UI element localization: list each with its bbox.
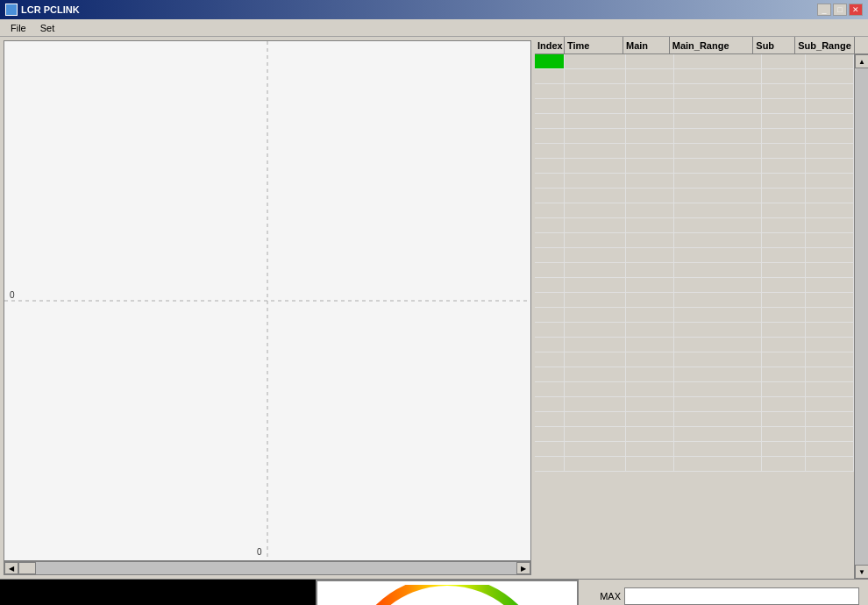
grid-cell: [674, 174, 762, 188]
title-buttons[interactable]: _ □ ✕: [817, 4, 863, 16]
table-row: [535, 69, 854, 84]
y-axis-label: 0: [10, 290, 15, 300]
grid-cell: [762, 144, 806, 158]
grid-cell: [806, 99, 854, 113]
grid-cell: [674, 427, 762, 441]
scroll-left-button[interactable]: ◀: [4, 562, 18, 574]
max-input[interactable]: [624, 587, 859, 605]
table-row: [535, 144, 854, 159]
grid-cell: [626, 382, 674, 396]
minimize-button[interactable]: _: [817, 4, 831, 16]
grid-cell: [762, 412, 806, 426]
grid-cell: [626, 84, 674, 98]
grid-rows: [535, 54, 854, 579]
grid-cell: [806, 248, 854, 262]
menu-file[interactable]: File: [4, 21, 33, 35]
grid-cell: [565, 338, 626, 352]
grid-cell: [626, 129, 674, 143]
table-row: [535, 159, 854, 174]
gauge-svg: -20 -15 -10 -5 0 5 10 15 20: [324, 585, 570, 605]
grid-cell: [674, 412, 762, 426]
grid-cell: [565, 263, 626, 277]
grid-cell-index: [535, 174, 565, 188]
table-row: [535, 382, 854, 397]
grid-cell: [762, 338, 806, 352]
scroll-right-button[interactable]: ▶: [516, 562, 530, 574]
grid-cell-index: [535, 412, 565, 426]
table-row: [535, 218, 854, 233]
maximize-button[interactable]: □: [833, 4, 847, 16]
grid-cell: [674, 189, 762, 203]
table-row: [535, 397, 854, 412]
grid-cell: [762, 54, 806, 68]
grid-cell: [565, 129, 626, 143]
grid-cell: [674, 293, 762, 307]
grid-cell: [565, 412, 626, 426]
bottom-section: -20 -15 -10 -5 0 5 10 15 20: [0, 579, 868, 605]
grid-cell: [565, 218, 626, 232]
grid-cell-index: [535, 189, 565, 203]
grid-cell: [626, 367, 674, 381]
grid-cell: [762, 99, 806, 113]
grid-cell: [762, 203, 806, 217]
grid-scroll-down-button[interactable]: ▼: [855, 565, 868, 579]
grid-cell: [674, 129, 762, 143]
grid-cell: [806, 427, 854, 441]
grid-cell: [626, 69, 674, 83]
grid-cell: [674, 278, 762, 292]
grid-cell-index: [535, 159, 565, 173]
grid-cell: [626, 144, 674, 158]
grid-cell: [565, 382, 626, 396]
chart-area: 0 0 ◀ ▶: [0, 37, 535, 579]
table-row: [535, 99, 854, 114]
grid-cell: [762, 114, 806, 128]
grid-cell: [626, 427, 674, 441]
grid-cell: [806, 144, 854, 158]
grid-cell-index: [535, 114, 565, 128]
grid-cell: [626, 114, 674, 128]
grid-cell: [762, 263, 806, 277]
close-button[interactable]: ✕: [849, 4, 863, 16]
table-row: [535, 54, 854, 69]
grid-cell: [626, 412, 674, 426]
table-row: [535, 189, 854, 203]
chart-scrollbar[interactable]: ◀ ▶: [4, 561, 531, 575]
grid-cell: [762, 308, 806, 322]
scrollbar-track[interactable]: [18, 562, 516, 574]
menu-set[interactable]: Set: [33, 21, 62, 35]
grid-cell: [762, 174, 806, 188]
grid-cell: [626, 308, 674, 322]
grid-cell: [626, 99, 674, 113]
grid-cell: [806, 69, 854, 83]
grid-cell: [565, 114, 626, 128]
grid-scrollbar[interactable]: ▲ ▼: [854, 54, 868, 579]
grid-cell-index: [535, 338, 565, 352]
table-row: [535, 278, 854, 293]
grid-cell: [674, 382, 762, 396]
scrollbar-thumb[interactable]: [18, 562, 36, 574]
grid-cell: [674, 457, 762, 471]
col-header-sub-range: Sub_Range: [795, 37, 855, 53]
max-label: MAX: [587, 591, 621, 601]
table-row: [535, 114, 854, 129]
grid-cell: [674, 144, 762, 158]
grid-scroll-up-button[interactable]: ▲: [855, 54, 868, 68]
table-row: [535, 203, 854, 218]
grid-cell: [806, 442, 854, 456]
table-row: [535, 427, 854, 442]
col-header-sub: Sub: [753, 37, 795, 53]
grid-cell: [806, 367, 854, 381]
title-bar-left: LCR PCLINK: [5, 4, 80, 16]
table-row: [535, 233, 854, 248]
app-icon: [5, 4, 18, 16]
grid-cell: [565, 323, 626, 337]
grid-cell-index: [535, 323, 565, 337]
grid-scroll-track[interactable]: [855, 68, 868, 565]
grid-cell: [626, 248, 674, 262]
grid-cell: [674, 308, 762, 322]
grid-cell: [806, 412, 854, 426]
grid-cell: [565, 99, 626, 113]
table-row: [535, 174, 854, 189]
grid-cell: [565, 308, 626, 322]
grid-cell: [762, 397, 806, 411]
